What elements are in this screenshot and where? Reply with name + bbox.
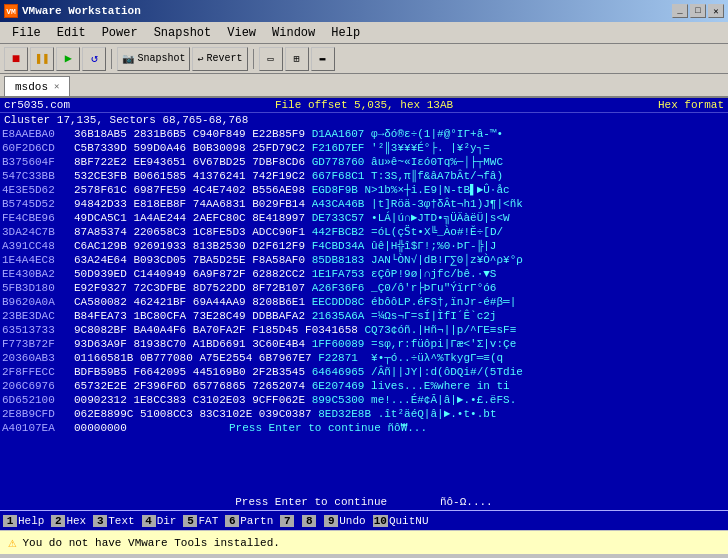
hex-bytes: 93D63A9F 81938C70 A1BD6691 3C60E4B4	[74, 337, 312, 351]
fn-label: Partn	[239, 515, 274, 527]
hex-bytes: 50D939ED C1440949 6A9F872F 62882CC2	[74, 267, 312, 281]
hex-header-left: cr5035.com	[4, 99, 70, 111]
hex-bytes: E92F9327 72C3DFBE 8D7522DD 8F72B107	[74, 281, 312, 295]
hex-ascii: F4CBD34A ûê|H╬î$Γ!;%0·ÞΓ-╠|J	[312, 239, 497, 253]
fn-key-7[interactable]: 7	[277, 511, 299, 530]
hex-addr: A391CC48	[2, 239, 74, 253]
menu-help[interactable]: Help	[323, 24, 368, 42]
hex-row: 1E4A4EC8 63A24E64 B093CD05 7BA5D25E F8A5…	[2, 253, 726, 267]
hex-bytes: 532CE3FB B0661585 41376241 742F19C2	[74, 169, 312, 183]
hex-addr: 20360AB3	[2, 351, 74, 365]
hex-row: A40107EA 00000000 Press Enter to continu…	[2, 421, 726, 435]
hex-row: 20360AB3 01166581B 0B777080 A75E2554 6B7…	[2, 351, 726, 365]
menu-snapshot[interactable]: Snapshot	[146, 24, 220, 42]
hex-row: 2F8FFECC BDFB59B5 F6642095 445169B0 2F2B…	[2, 365, 726, 379]
hex-bytes: B84FEA73 1BC80CFA 73E28C49 DDBBAFA2	[74, 309, 312, 323]
view-icon-3: ▬	[320, 53, 326, 64]
hex-row: FE4CBE96 49DCA5C1 1A4AE244 2AEFC80C 8E41…	[2, 211, 726, 225]
hex-ascii: EGD8F9B N>1b%×┼i.E9|N-tB▌►Û∙åc	[312, 183, 510, 197]
tab-msdos[interactable]: msdos ✕	[4, 76, 70, 96]
fn-key-4[interactable]: 4Dir	[139, 511, 181, 530]
hex-addr: EE430BA2	[2, 267, 74, 281]
minimize-button[interactable]: _	[672, 4, 688, 18]
hex-ascii: 667F68C1 T:3S,π║f&âA7bÂt/¬fâ)	[312, 169, 503, 183]
hex-press-enter: Press Enter to continue ñô-Ω....	[0, 494, 728, 510]
fn-key-10[interactable]: 10QuitNU	[370, 511, 433, 530]
fn-num: 8	[302, 515, 316, 527]
menu-power[interactable]: Power	[94, 24, 146, 42]
hex-row: 4E3E5D62 2578F61C 6987FE59 4C4E7402 B556…	[2, 183, 726, 197]
fn-key-1[interactable]: 1Help	[0, 511, 48, 530]
hex-format-label: Hex format	[658, 99, 724, 111]
play-icon: ▶	[65, 51, 72, 66]
revert-button[interactable]: ↩ Revert	[192, 47, 247, 71]
toolbar-separator	[111, 49, 112, 69]
hex-row: A391CC48 C6AC129B 92691933 813B2530 D2F6…	[2, 239, 726, 253]
fn-key-3[interactable]: 3Text	[90, 511, 138, 530]
view-btn-3[interactable]: ▬	[311, 47, 335, 71]
stop-icon: ■	[12, 51, 20, 67]
hex-bytes: 36B18AB5 2831B6B5 C940F849 E22B85F9	[74, 127, 312, 141]
fn-key-6[interactable]: 6Partn	[222, 511, 277, 530]
view-icon-2: ⊞	[294, 53, 300, 65]
hex-ascii: 21635A6A =¼Ωs¬Γ=sÍ|ÌfI´Ê`c2j	[312, 309, 497, 323]
refresh-button[interactable]: ↺	[82, 47, 106, 71]
hex-addr: A40107EA	[2, 421, 74, 435]
title-bar: VM VMware Workstation _ □ ✕	[0, 0, 728, 22]
hex-row: B9620A0A CA580082 462421BF 69A44AA9 8208…	[2, 295, 726, 309]
hex-bytes: 87A85374 220658C3 1C8FE5D3 ADCC90F1	[74, 225, 312, 239]
fn-label: Hex	[65, 515, 87, 527]
hex-editor: cr5035.com File offset 5,035, hex 13AB H…	[0, 98, 728, 530]
snapshot-icon: 📷	[122, 53, 134, 65]
fn-num: 5	[183, 515, 197, 527]
fn-label: Undo	[338, 515, 366, 527]
hex-bytes: 062E8899C 51008CC3 83C3102E 039C0387	[74, 407, 318, 421]
hex-bytes: CA580082 462421BF 69A44AA9 8208B6E1	[74, 295, 312, 309]
hex-addr: 2F8FFECC	[2, 365, 74, 379]
fn-label: FAT	[197, 515, 219, 527]
view-icon-1: ▭	[268, 53, 274, 65]
hex-ascii: 85DB8183 JAN└ÒN√|dB!Γ∑0│z¥Ò^ρ¥°ρ	[312, 253, 523, 267]
hex-addr: 5FB3D180	[2, 281, 74, 295]
hex-addr: B375604F	[2, 155, 74, 169]
view-btn-1[interactable]: ▭	[259, 47, 283, 71]
close-button[interactable]: ✕	[708, 4, 724, 18]
play-button[interactable]: ▶	[56, 47, 80, 71]
refresh-icon: ↺	[91, 51, 98, 66]
fn-key-9[interactable]: 9Undo	[321, 511, 369, 530]
tab-close-icon[interactable]: ✕	[54, 81, 59, 92]
hex-ascii: 8ED32E8B .ît²äéQ|â|►.•t•.bt	[318, 407, 496, 421]
hex-bytes: 63A24E64 B093CD05 7BA5D25E F8A58AF0	[74, 253, 312, 267]
hex-row: 2E8B9CFD 062E8899C 51008CC3 83C3102E 039…	[2, 407, 726, 421]
fn-num: 1	[3, 515, 17, 527]
fn-key-8[interactable]: 8	[299, 511, 321, 530]
fn-key-2[interactable]: 2Hex	[48, 511, 90, 530]
hex-ascii: 899C5300 me!...É#¢Ā|â|►.•£.ëFS.	[312, 393, 517, 407]
revert-label: Revert	[207, 53, 243, 64]
warning-icon: ⚠	[8, 534, 16, 551]
hex-bytes: 94842D33 E818EB8F 74AA6831 B029FB14	[74, 197, 312, 211]
toolbar: ■ ❚❚ ▶ ↺ 📷 Snapshot ↩ Revert ▭ ⊞ ▬	[0, 44, 728, 74]
pause-button[interactable]: ❚❚	[30, 47, 54, 71]
hex-ascii: F216D7EF '²║3¥¥¥É°├. |¥²y┐=	[312, 141, 490, 155]
hex-addr: 6D652100	[2, 393, 74, 407]
maximize-button[interactable]: □	[690, 4, 706, 18]
menu-view[interactable]: View	[219, 24, 264, 42]
hex-bytes: C6AC129B 92691933 813B2530 D2F612F9	[74, 239, 312, 253]
fn-num: 6	[225, 515, 239, 527]
hex-ascii: GD778760 âu»ê~«Ιεó0Tq%─│├┬MWC	[312, 155, 503, 169]
hex-ascii: A26F36F6 _Ç0/ô'r├ÞΓu"ÝïrΓ°ó6	[312, 281, 497, 295]
fn-num: 4	[142, 515, 156, 527]
fn-key-5[interactable]: 5FAT	[180, 511, 222, 530]
snapshot-button[interactable]: 📷 Snapshot	[117, 47, 190, 71]
menu-file[interactable]: File	[4, 24, 49, 42]
hex-row: 23BE3DAC B84FEA73 1BC80CFA 73E28C49 DDBB…	[2, 309, 726, 323]
view-btn-2[interactable]: ⊞	[285, 47, 309, 71]
hex-row: 3DA24C7B 87A85374 220658C3 1C8FE5D3 ADCC…	[2, 225, 726, 239]
menu-window[interactable]: Window	[264, 24, 323, 42]
menu-edit[interactable]: Edit	[49, 24, 94, 42]
stop-button[interactable]: ■	[4, 47, 28, 71]
app-title: VMware Workstation	[22, 5, 141, 17]
hex-ascii: 1FF60089 =sφ,r:füôpi|Γæ<'Σ|v:Çe	[312, 337, 517, 351]
hex-row: EE430BA2 50D939ED C1440949 6A9F872F 6288…	[2, 267, 726, 281]
